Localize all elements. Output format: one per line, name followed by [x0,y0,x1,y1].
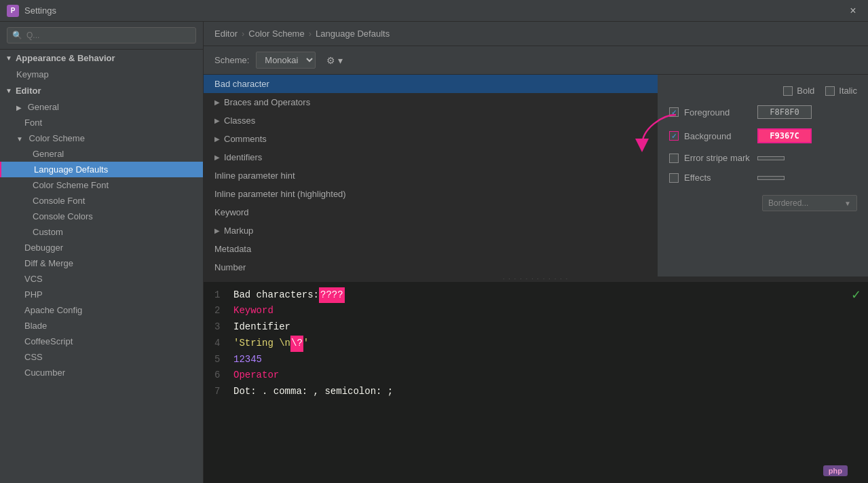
sidebar-item-general[interactable]: ▶ General [0,99,203,115]
gear-icon: ⚙ ▾ [326,55,343,66]
background-label: Background [684,131,752,141]
sidebar-item-language-defaults[interactable]: Language Defaults [0,162,203,177]
preview-line-4: 4 'String \n\?' [214,336,857,352]
option-label: Identifiers [224,152,262,162]
sidebar-item-label: Font [24,118,42,128]
search-container: 🔍 [0,22,203,50]
sidebar-item-label: Language Defaults [34,164,108,175]
preview-line-3: 3 Identifier [214,319,857,336]
bold-checkbox[interactable] [783,86,793,96]
sidebar-item-keymap[interactable]: Keymap [0,67,203,82]
titlebar: P Settings × [0,0,868,22]
preview-line-2: 2 Keyword [214,303,857,319]
option-inline-hint[interactable]: Inline parameter hint [204,166,658,185]
bold-toggle[interactable]: Bold [783,86,814,96]
foreground-checkbox[interactable] [669,107,679,117]
php-badge: php [823,465,848,476]
foreground-label: Foreground [684,107,752,118]
italic-toggle[interactable]: Italic [825,86,857,96]
option-braces-operators[interactable]: ▶ Braces and Operators [204,93,658,111]
effects-color-box[interactable] [757,176,785,180]
option-label: Inline parameter hint [214,171,295,181]
sidebar-item-css[interactable]: CSS [0,349,203,365]
right-panel: Bold Italic Foreground F8F8F0 Back [658,75,868,276]
chevron-right-icon: ▶ [214,135,220,143]
scheme-gear-button[interactable]: ⚙ ▾ [322,54,347,67]
option-identifiers[interactable]: ▶ Identifiers [204,148,658,166]
sidebar-item-vcs[interactable]: VCS [0,271,203,287]
effects-dropdown-label: Bordered... [768,198,808,208]
background-color-box[interactable]: F9367C [757,128,812,143]
error-stripe-checkbox[interactable] [669,154,679,163]
sidebar-item-console-colors[interactable]: Console Colors [0,209,203,224]
preview-string: 'String \n [233,336,290,352]
sidebar-item-debugger[interactable]: Debugger [0,240,203,255]
error-stripe-row: Error stripe mark [669,153,857,163]
sidebar-item-label: PHP [24,289,43,300]
background-checkbox[interactable] [669,131,679,141]
chevron-right-icon: ▶ [214,117,220,124]
sidebar-item-custom[interactable]: Custom [0,224,203,240]
sidebar-item-appearance[interactable]: ▼ Appearance & Behavior [0,50,203,67]
line-number: 1 [214,287,223,304]
preview-line-7: 7 Dot: . comma: , semicolon: ; [214,384,857,400]
sidebar-item-font[interactable]: Font [0,115,203,130]
option-label: Bad character [214,79,269,89]
sidebar-item-php[interactable]: PHP [0,287,203,302]
sidebar-item-console-font[interactable]: Console Font [0,193,203,209]
option-metadata[interactable]: Metadata [204,240,658,258]
chevron-down-icon: ▼ [5,54,12,62]
breadcrumb-sep-2: › [309,29,312,39]
option-classes[interactable]: ▶ Classes [204,111,658,130]
background-row: Background F9367C [669,128,857,143]
option-label: Inline parameter hint (highlighted) [214,189,346,199]
sidebar-item-coffeescript[interactable]: CoffeeScript [0,334,203,349]
close-button[interactable]: × [845,3,861,19]
sidebar-item-cucumber[interactable]: Cucumber [0,365,203,380]
sidebar-item-label: Cucumber [24,368,65,378]
option-keyword[interactable]: Keyword [204,203,658,221]
sidebar-item-label: CoffeeScript [24,336,73,346]
sidebar-item-label: Color Scheme [29,133,85,143]
option-bad-character[interactable]: Bad character [204,75,658,93]
chevron-right-icon: ▶ [214,99,220,106]
option-label: Keyword [214,207,249,217]
sidebar-item-color-scheme[interactable]: ▼ Color Scheme [0,130,203,146]
search-wrapper: 🔍 [7,27,196,43]
preview-number: 12345 [233,352,262,368]
sidebar-item-label: General [28,102,59,112]
line-number: 4 [214,336,223,352]
sidebar-item-label: Color Scheme Font [33,180,109,190]
resize-handle[interactable]: · · · · · · · · · · · · [204,276,868,282]
option-inline-hint-hl[interactable]: Inline parameter hint (highlighted) [204,185,658,203]
sidebar-item-label: Editor [16,86,41,96]
preview-line-5: 5 12345 [214,352,857,368]
preview-content: 1 Bad characters: ???? 2 Keyword 3 Ident… [204,282,868,406]
foreground-color-box[interactable]: F8F8F0 [757,105,812,119]
error-stripe-color-box[interactable] [757,156,785,160]
scheme-select[interactable]: Monokai [256,52,316,69]
sidebar-item-cs-general[interactable]: General [0,146,203,162]
sidebar-item-diff-merge[interactable]: Diff & Merge [0,255,203,271]
italic-checkbox[interactable] [825,86,835,96]
sidebar-item-apache-config[interactable]: Apache Config [0,302,203,318]
search-input[interactable] [7,27,196,43]
preview-keyword: Keyword [233,303,273,319]
sidebar-item-cs-font[interactable]: Color Scheme Font [0,177,203,193]
sidebar-item-label: Console Font [33,196,85,206]
chevron-right-icon: ▶ [16,104,22,111]
option-number[interactable]: Number [204,258,658,276]
sidebar-item-editor[interactable]: ▼ Editor [0,82,203,99]
effects-checkbox[interactable] [669,173,679,183]
option-label: Markup [224,226,253,236]
sidebar-item-label: Console Colors [33,211,93,221]
sidebar-item-label: Diff & Merge [24,258,73,268]
line-number: 2 [214,303,223,319]
preview-operator: Operator [233,368,279,384]
option-markup[interactable]: ▶ Markup [204,221,658,240]
sidebar-item-label: Apache Config [24,305,82,315]
effects-dropdown[interactable]: Bordered... ▼ [762,195,857,211]
sidebar-item-blade[interactable]: Blade [0,318,203,334]
sidebar-item-label: Debugger [24,243,63,253]
option-comments[interactable]: ▶ Comments [204,130,658,148]
